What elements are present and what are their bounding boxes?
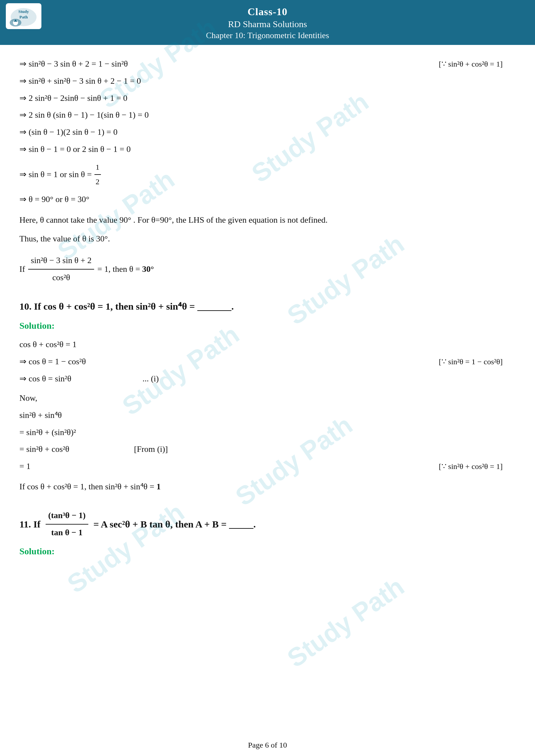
q10-annotation-2: ... (i)	[142, 371, 159, 387]
annotation-1: [∵ sin²θ + cos²θ = 1]	[439, 57, 516, 71]
math-line-7: ⇒ sin θ = 1 or sin θ = 1 2	[19, 160, 516, 189]
math-line-1: ⇒ sin²θ − 3 sin θ + 2 = 1 − sin²θ [∵ sin…	[19, 57, 516, 72]
fraction-half: 1 2	[95, 160, 101, 189]
summary-frac-den: cos²θ	[50, 270, 73, 286]
text-paragraph-1: Here, θ cannot take the value 90° . For …	[19, 213, 489, 227]
q10-expr-1: cos θ + cos²θ = 1	[19, 337, 77, 352]
header-subtitle1: RD Sharma Solutions	[3, 19, 532, 29]
q10-line-1: cos θ + cos²θ = 1	[19, 337, 516, 352]
svg-text:Study: Study	[18, 9, 29, 14]
q10-line-3: ⇒ cos θ = sin²θ ... (i)	[19, 371, 516, 387]
math-line-8: ⇒ θ = 90° or θ = 30°	[19, 192, 516, 207]
q10-expr-6: = sin²θ + cos²θ	[19, 442, 69, 457]
q11-intro: 11. If	[19, 516, 41, 533]
summary-frac-num: sin²θ − 3 sin θ + 2	[28, 253, 94, 270]
logo: Study Path	[6, 3, 42, 29]
summary-if: If	[19, 262, 25, 277]
math-line-4: ⇒ 2 sin θ (sin θ − 1) − 1(sin θ − 1) = 0	[19, 108, 516, 123]
q10-expr-3: ⇒ cos θ = sin²θ	[19, 371, 71, 387]
math-line-3: ⇒ 2 sin²θ − 2sinθ − sinθ + 1 = 0	[19, 91, 516, 106]
header-subtitle2: Chapter 10: Trigonometric Identities	[3, 31, 532, 40]
q10-line-4: sin²θ + sin⁴θ	[19, 408, 516, 423]
q11-eq: = A sec²θ + B tan θ, then A + B = _____.	[94, 516, 256, 533]
q11-frac-num: (tan³θ − 1)	[45, 507, 88, 525]
fraction-denominator: 2	[95, 175, 101, 189]
math-line-2: ⇒ sin²θ + sin²θ − 3 sin θ + 2 − 1 = 0	[19, 74, 516, 89]
math-expr-7a: ⇒ sin θ = 1 or sin θ =	[19, 167, 92, 182]
q10-annotation-3: [From (i)]	[134, 442, 168, 457]
q10-summary-ans: 1	[156, 482, 161, 491]
q10-annotation-4: [∵ sin²θ + cos²θ = 1]	[439, 460, 516, 473]
math-line-5: ⇒ (sin θ − 1)(2 sin θ − 1) = 0	[19, 125, 516, 140]
summary-line: If sin²θ − 3 sin θ + 2 cos²θ = 1, then θ…	[19, 253, 516, 286]
math-expr-6: ⇒ sin θ − 1 = 0 or 2 sin θ − 1 = 0	[19, 142, 131, 157]
solution-11-label: Solution:	[19, 543, 516, 559]
q10-line-2: ⇒ cos θ = 1 − cos²θ [∵ sin²θ = 1 − cos²θ…	[19, 354, 516, 369]
main-content: ⇒ sin²θ − 3 sin θ + 2 = 1 − sin²θ [∵ sin…	[0, 45, 535, 582]
q10-expr-5: = sin²θ + (sin²θ)²	[19, 425, 76, 440]
q11-frac-den: tan θ − 1	[48, 525, 85, 541]
question-10-title: 10. If cos θ + cos²θ = 1, then sin²θ + s…	[19, 298, 516, 315]
math-expr-5: ⇒ (sin θ − 1)(2 sin θ − 1) = 0	[19, 125, 117, 140]
math-expr-3: ⇒ 2 sin²θ − 2sinθ − sinθ + 1 = 0	[19, 91, 127, 106]
solution-10-label: Solution:	[19, 318, 516, 334]
q10-summary: If cos θ + cos²θ = 1, then sin²θ + sin⁴θ…	[19, 479, 516, 495]
q10-expr-4: sin²θ + sin⁴θ	[19, 408, 62, 423]
q10-line-5: = sin²θ + (sin²θ)²	[19, 425, 516, 440]
watermark-8: Study Path	[282, 571, 409, 673]
footer-text: Page 6 of 10	[248, 741, 287, 749]
header-class: Class-10	[3, 6, 532, 18]
math-line-6: ⇒ sin θ − 1 = 0 or 2 sin θ − 1 = 0	[19, 142, 516, 157]
math-expr-8: ⇒ θ = 90° or θ = 30°	[19, 192, 89, 207]
q10-expr-2: ⇒ cos θ = 1 − cos²θ	[19, 354, 86, 369]
question-11-title: 11. If (tan³θ − 1) tan θ − 1 = A sec²θ +…	[19, 507, 516, 541]
math-expr-1: ⇒ sin²θ − 3 sin θ + 2 = 1 − sin²θ	[19, 57, 128, 72]
q11-fraction: (tan³θ − 1) tan θ − 1	[45, 507, 88, 541]
q10-annotation-1: [∵ sin²θ = 1 − cos²θ]	[439, 355, 516, 369]
summary-ans: 30°	[142, 264, 154, 274]
summary-eq: = 1, then θ = 30°	[98, 262, 154, 277]
fraction-numerator: 1	[95, 160, 101, 175]
q10-line-6: = sin²θ + cos²θ [From (i)]	[19, 442, 516, 457]
q10-expr-7: = 1	[19, 459, 30, 474]
summary-fraction: sin²θ − 3 sin θ + 2 cos²θ	[28, 253, 94, 286]
svg-text:Path: Path	[19, 14, 28, 19]
math-expr-4: ⇒ 2 sin θ (sin θ − 1) − 1(sin θ − 1) = 0	[19, 108, 149, 123]
page-footer: Page 6 of 10	[0, 741, 535, 749]
q10-now: Now,	[19, 391, 516, 405]
math-expr-2: ⇒ sin²θ + sin²θ − 3 sin θ + 2 − 1 = 0	[19, 74, 141, 89]
page-container: Study Path Class-10 RD Sharma Solutions …	[0, 0, 535, 756]
q10-line-7: = 1 [∵ sin²θ + cos²θ = 1]	[19, 459, 516, 474]
page-header: Study Path Class-10 RD Sharma Solutions …	[0, 0, 535, 45]
text-paragraph-2: Thus, the value of θ is 30°.	[19, 232, 516, 246]
